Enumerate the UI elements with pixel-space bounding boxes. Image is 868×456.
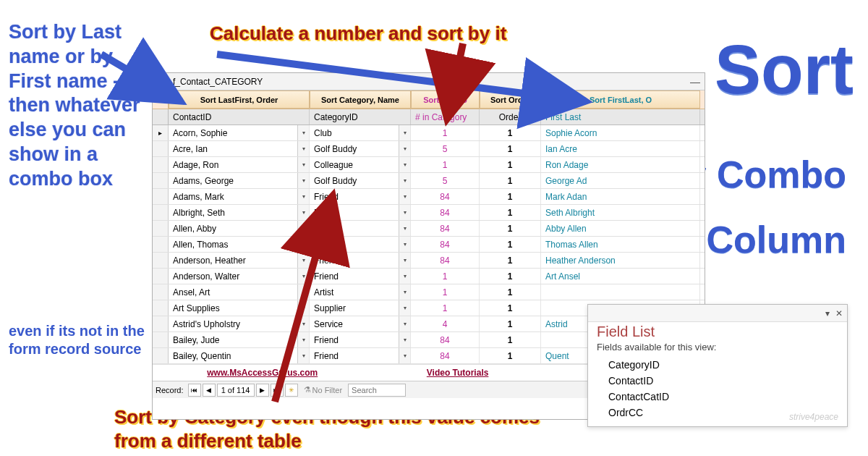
row-selector[interactable] [153, 253, 169, 268]
table-row[interactable]: ▸Acorn, Sophie▾Club▾11Sophie Acorn [153, 125, 705, 141]
chevron-down-icon[interactable]: ▾ [297, 300, 309, 316]
window-minimize-icon[interactable]: — [690, 76, 700, 88]
nav-new-button[interactable]: ✳ [285, 384, 298, 397]
cell-category[interactable]: Golf Buddy▾ [310, 173, 411, 188]
chevron-down-icon[interactable]: ▾ [297, 332, 309, 347]
chevron-down-icon[interactable]: ▾ [399, 189, 410, 204]
row-selector[interactable] [153, 332, 169, 347]
cell-contact[interactable]: Bailey, Quentin▾ [169, 348, 310, 363]
table-row[interactable]: Anderson, Heather▾Friend▾841Heather Ande… [153, 253, 705, 269]
cell-order[interactable]: 1 [480, 157, 541, 172]
cell-order[interactable]: 1 [480, 316, 541, 332]
chevron-down-icon[interactable]: ▾ [399, 173, 410, 188]
cell-contact[interactable]: Acre, Ian▾ [169, 141, 310, 156]
sort-catco-button[interactable]: Sort Cat Co [411, 90, 480, 109]
chevron-down-icon[interactable]: ▾ [297, 173, 309, 188]
cell-contact[interactable]: Ansel, Art▾ [169, 284, 310, 300]
nav-first-button[interactable]: ⏮ [188, 384, 201, 397]
chevron-down-icon[interactable]: ▾ [399, 316, 410, 332]
cell-category[interactable]: Friend▾ [310, 332, 411, 347]
chevron-down-icon[interactable]: ▾ [297, 253, 309, 268]
cell-category[interactable]: Artist▾ [310, 284, 411, 300]
chevron-down-icon[interactable]: ▾ [399, 157, 410, 172]
sort-order-button[interactable]: Sort Order [480, 90, 541, 109]
row-selector-header[interactable] [153, 109, 169, 124]
cell-category[interactable]: Golf Buddy▾ [310, 141, 411, 156]
sort-firstlast-button[interactable]: Sort FirstLast, O [541, 90, 700, 109]
cell-order[interactable]: 1 [480, 237, 541, 252]
row-selector[interactable] [153, 284, 169, 300]
nav-search-input[interactable] [348, 384, 406, 397]
nav-filter[interactable]: ⚗No Filter [304, 385, 343, 394]
row-selector[interactable] [153, 221, 169, 236]
chevron-down-icon[interactable]: ▾ [399, 348, 410, 363]
chevron-down-icon[interactable]: ▾ [297, 269, 309, 284]
cell-category[interactable]: Friend▾ [310, 269, 411, 284]
cell-order[interactable]: 1 [480, 348, 541, 363]
chevron-down-icon[interactable]: ▾ [297, 221, 309, 236]
nav-next-button[interactable]: ▶ [256, 384, 269, 397]
nav-last-button[interactable]: ⏭ [271, 384, 284, 397]
row-selector[interactable] [153, 316, 169, 332]
cell-contact[interactable]: Albright, Seth▾ [169, 205, 310, 220]
cell-category[interactable]: Friend▾ [310, 348, 411, 363]
col-numincategory[interactable]: # in Category [411, 109, 480, 124]
row-selector[interactable] [153, 300, 169, 316]
nav-position-input[interactable] [217, 384, 255, 397]
nav-prev-button[interactable]: ◀ [203, 384, 216, 397]
table-row[interactable]: Acre, Ian▾Golf Buddy▾51Ian Acre [153, 141, 705, 157]
cell-order[interactable]: 1 [480, 332, 541, 347]
chevron-down-icon[interactable]: ▾ [399, 269, 410, 284]
row-selector[interactable] [153, 269, 169, 284]
cell-order[interactable]: 1 [480, 173, 541, 188]
table-row[interactable]: Adams, George▾Golf Buddy▾51George Ad [153, 173, 705, 189]
chevron-down-icon[interactable]: ▾ [297, 189, 309, 204]
cell-order[interactable]: 1 [480, 284, 541, 300]
sort-lastfirst-button[interactable]: Sort LastFirst, Order [169, 90, 310, 109]
cell-category[interactable]: Club▾ [310, 125, 411, 140]
col-order[interactable]: Order [480, 109, 541, 124]
cell-category[interactable]: Friend▾ [310, 253, 411, 268]
cell-contact[interactable]: Allen, Thomas▾ [169, 237, 310, 252]
cell-contact[interactable]: Adams, Mark▾ [169, 189, 310, 204]
chevron-down-icon[interactable]: ▾ [297, 316, 309, 332]
cell-order[interactable]: 1 [480, 300, 541, 316]
row-selector[interactable]: ▸ [153, 125, 169, 140]
cell-order[interactable]: 1 [480, 125, 541, 140]
row-selector[interactable] [153, 348, 169, 363]
field-list-item[interactable]: CategoryID [588, 357, 847, 373]
chevron-down-icon[interactable]: ▾ [399, 205, 410, 220]
table-row[interactable]: Allen, Abby▾Friend▾841Abby Allen [153, 221, 705, 237]
cell-contact[interactable]: Art Supplies▾ [169, 300, 310, 316]
chevron-down-icon[interactable]: ▾ [399, 332, 410, 347]
chevron-down-icon[interactable]: ▾ [297, 125, 309, 140]
chevron-down-icon[interactable]: ▾ [297, 284, 309, 300]
field-list-close-icon[interactable]: ✕ [835, 308, 843, 318]
chevron-down-icon[interactable]: ▾ [399, 237, 410, 252]
table-row[interactable]: Ansel, Art▾Artist▾11 [153, 284, 705, 300]
field-list-item[interactable]: ContactCatID [588, 389, 847, 405]
chevron-down-icon[interactable]: ▾ [399, 125, 410, 140]
row-selector[interactable] [153, 237, 169, 252]
col-firstlast[interactable]: First Last [541, 109, 700, 124]
cell-order[interactable]: 1 [480, 189, 541, 204]
cell-category[interactable]: Supplier▾ [310, 300, 411, 316]
chevron-down-icon[interactable]: ▾ [297, 205, 309, 220]
row-selector[interactable] [153, 157, 169, 172]
table-row[interactable]: Anderson, Walter▾Friend▾11Art Ansel [153, 269, 705, 284]
cell-contact[interactable]: Adams, George▾ [169, 173, 310, 188]
window-titlebar[interactable]: f_Contact_CATEGORY — [153, 73, 705, 90]
cell-order[interactable]: 1 [480, 141, 541, 156]
chevron-down-icon[interactable]: ▾ [297, 141, 309, 156]
row-selector[interactable] [153, 189, 169, 204]
cell-contact[interactable]: Adage, Ron▾ [169, 157, 310, 172]
cell-contact[interactable]: Acorn, Sophie▾ [169, 125, 310, 140]
cell-category[interactable]: Friend▾ [310, 205, 411, 220]
table-row[interactable]: Albright, Seth▾Friend▾841Seth Albright [153, 205, 705, 221]
chevron-down-icon[interactable]: ▾ [297, 157, 309, 172]
chevron-down-icon[interactable]: ▾ [399, 141, 410, 156]
cell-contact[interactable]: Anderson, Heather▾ [169, 253, 310, 268]
chevron-down-icon[interactable]: ▾ [297, 348, 309, 363]
cell-category[interactable]: Friend▾ [310, 221, 411, 236]
field-list-item[interactable]: ContactID [588, 373, 847, 389]
